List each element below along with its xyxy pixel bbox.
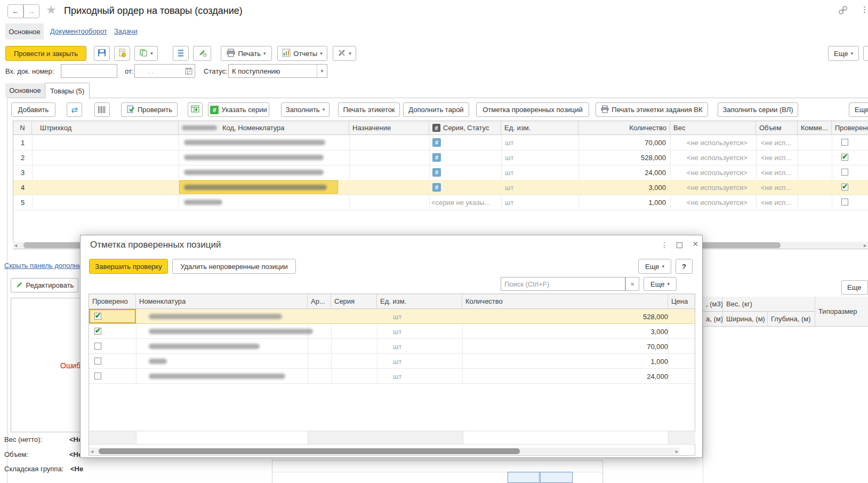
- tab-goods[interactable]: Товары (5): [45, 83, 90, 99]
- scroll-left-icon[interactable]: ◂: [14, 242, 17, 249]
- table-row[interactable]: 1 # шт 70,000 <не используется> <не исп.…: [13, 135, 868, 150]
- dialog-row[interactable]: ✔ шт 3,000: [89, 324, 695, 339]
- post-and-close-button[interactable]: Провести и закрыть: [5, 46, 86, 61]
- fill-button[interactable]: Заполнить ▾: [281, 102, 329, 117]
- scroll-right-icon[interactable]: ▸: [676, 448, 678, 455]
- table-row-selected[interactable]: 4 # шт 3,000 <не используется> <не исп..…: [13, 180, 868, 195]
- goods-col-nomenclature[interactable]: Код, Номенклатура: [179, 121, 349, 135]
- col-weight-kg[interactable]: Вес, (кг): [723, 297, 815, 312]
- goods-col-qty[interactable]: Количество: [578, 121, 670, 135]
- verified-checkbox[interactable]: [841, 139, 848, 146]
- table-row[interactable]: 3 # шт 24,000 <не используется> <не исп.…: [13, 165, 868, 180]
- print-labels-button[interactable]: Печать этикеток: [338, 102, 400, 117]
- back-button[interactable]: ←: [7, 4, 23, 18]
- dialog-search-input[interactable]: Поиск (Ctrl+F): [501, 277, 625, 291]
- goods-col-unit[interactable]: Ед. изм.: [501, 121, 578, 135]
- dialog-more-button[interactable]: Еще ▾: [638, 259, 671, 274]
- search-more-button[interactable]: Еще ▾: [644, 277, 677, 291]
- print-vk-labels-button[interactable]: Печать этикетки задания ВК: [596, 102, 708, 117]
- selected-bg-cell[interactable]: [508, 472, 540, 483]
- search-clear-button[interactable]: ×: [625, 277, 639, 291]
- dialog-row[interactable]: шт 24,000: [89, 369, 695, 384]
- dialog-row-selected[interactable]: ✔ шт 528,000: [89, 309, 695, 324]
- finish-verification-button[interactable]: Завершить проверку: [89, 259, 168, 274]
- fill-series-vl-button[interactable]: Заполнить серии (ВЛ): [718, 102, 798, 117]
- favorite-star-icon[interactable]: ★: [46, 3, 57, 17]
- print-button[interactable]: Печать ▾: [221, 46, 272, 61]
- goods-col-comment[interactable]: Комме...: [798, 121, 832, 135]
- tab-main[interactable]: Основное: [5, 83, 45, 98]
- edit-timestamp-button[interactable]: [193, 46, 211, 61]
- dlg-verified-checkbox[interactable]: [94, 358, 101, 365]
- dialog-row[interactable]: шт 1,000: [89, 354, 695, 369]
- col-length-m[interactable]: а, (м): [703, 312, 723, 327]
- forward-button[interactable]: →: [23, 4, 39, 18]
- dlg-col-nomenclature[interactable]: Номенклатура: [136, 294, 308, 309]
- copy-button[interactable]: ▾: [134, 46, 158, 61]
- series-hash-icon[interactable]: #: [432, 153, 441, 162]
- status-caret-icon[interactable]: ▾: [317, 65, 327, 77]
- dlg-verified-checkbox[interactable]: ✔: [94, 313, 101, 320]
- dlg-col-qty[interactable]: Количество: [462, 294, 668, 309]
- add-tare-button[interactable]: Дополнить тарой: [403, 102, 469, 117]
- dlg-verified-checkbox[interactable]: [94, 343, 101, 350]
- series-hash-icon[interactable]: #: [432, 138, 441, 147]
- verified-checkbox[interactable]: [841, 199, 848, 205]
- verify-button[interactable]: Проверить: [121, 102, 178, 117]
- dlg-col-ar[interactable]: Ар...: [308, 294, 331, 309]
- dialog-menu-dots-icon[interactable]: ⋮: [661, 241, 668, 249]
- dialog-maximize-icon[interactable]: [677, 242, 682, 250]
- nav-tab-tasks[interactable]: Задачи: [114, 27, 138, 35]
- goods-col-barcode[interactable]: Штрихкод: [32, 121, 179, 135]
- table-row[interactable]: 5 <серия не указы... шт 1,000 <не исполь…: [13, 195, 868, 210]
- dlg-col-price[interactable]: Цена: [668, 294, 695, 309]
- goods-col-verified[interactable]: Проверено: [832, 121, 868, 135]
- hide-extra-panel-link[interactable]: Скрыть панель дополнител: [4, 262, 92, 270]
- reports-button[interactable]: Отчеты ▾: [277, 46, 327, 61]
- col-depth-m[interactable]: Глубина, (м): [768, 312, 815, 327]
- verified-checkbox[interactable]: ✔: [841, 184, 848, 191]
- tools-button[interactable]: ▾: [333, 46, 356, 61]
- dlg-col-series[interactable]: Серия: [331, 294, 377, 309]
- move-rows-button[interactable]: ⇄: [67, 102, 82, 117]
- nav-tab-main[interactable]: Основное: [5, 23, 44, 39]
- goods-col-n[interactable]: N: [13, 121, 32, 135]
- goods-col-volume[interactable]: Объем: [756, 121, 798, 135]
- col-volume-m3[interactable]: , (м3): [703, 297, 723, 312]
- goods-col-weight[interactable]: Вес: [670, 121, 756, 135]
- dlg-col-verified[interactable]: Проверено: [89, 294, 136, 309]
- verified-checkbox[interactable]: ✔: [841, 154, 848, 161]
- mark-verified-button[interactable]: Отметка проверенных позиций: [476, 102, 589, 117]
- verified-checkbox[interactable]: [841, 169, 848, 176]
- series-hash-icon[interactable]: #: [432, 168, 441, 177]
- post-document-button[interactable]: [114, 46, 130, 61]
- status-select[interactable]: К поступлению ▾: [228, 64, 327, 78]
- dlg-verified-checkbox[interactable]: [94, 373, 101, 379]
- dimensions-more-button[interactable]: Еще: [841, 280, 868, 295]
- get-link-icon[interactable]: [838, 5, 848, 17]
- edit-button[interactable]: Редактировать: [11, 278, 78, 292]
- dialog-help-button[interactable]: ?: [676, 259, 693, 274]
- dlg-verified-checkbox[interactable]: ✔: [94, 328, 101, 335]
- window-menu-dots-icon[interactable]: ⋮: [861, 5, 868, 14]
- set-series-button[interactable]: # Указать серии: [208, 102, 269, 117]
- scroll-right-icon[interactable]: ▸: [864, 242, 866, 249]
- form-help-button-partial[interactable]: [863, 46, 868, 61]
- selected-bg-cell[interactable]: [540, 472, 573, 483]
- dialog-close-icon[interactable]: ×: [693, 239, 698, 250]
- calendar-icon[interactable]: [185, 67, 192, 76]
- nav-tab-docflow[interactable]: Документооборот: [50, 27, 107, 35]
- goods-col-series[interactable]: # Серия, Статус: [429, 121, 501, 135]
- save-button[interactable]: [94, 46, 110, 61]
- series-hash-icon[interactable]: #: [432, 183, 441, 192]
- col-size-type[interactable]: Типоразмер: [815, 297, 868, 327]
- scroll-left-icon[interactable]: ◂: [91, 448, 93, 455]
- goods-col-purpose[interactable]: Назначение: [349, 121, 429, 135]
- col-width-m[interactable]: Ширина, (м): [723, 312, 768, 327]
- table-row[interactable]: 2 # шт 528,000 <не используется> <не исп…: [13, 150, 868, 165]
- remove-unverified-button[interactable]: Удалить непроверенные позиции: [172, 259, 296, 274]
- add-row-button[interactable]: Добавить: [11, 102, 55, 117]
- scroll-thumb[interactable]: [99, 448, 520, 454]
- goods-more-button[interactable]: Еще: [849, 102, 868, 117]
- from-date-input[interactable]: . .: [134, 64, 195, 78]
